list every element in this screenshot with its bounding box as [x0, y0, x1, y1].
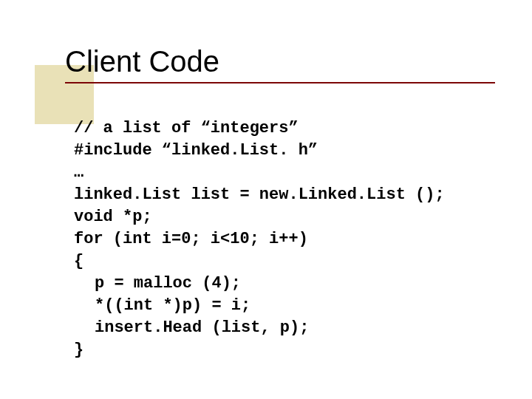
code-line: insert.Head (list, p);: [95, 318, 309, 337]
code-line: for (int i=0; i<10; i++): [74, 230, 308, 248]
slide-title: Client Code: [65, 46, 219, 77]
code-line: {: [74, 252, 83, 270]
code-line: // a list of “integers”: [74, 119, 299, 137]
title-underline: [65, 82, 495, 83]
code-line: linked.List list = new.Linked.List ();: [74, 185, 445, 204]
code-block: // a list of “integers” #include “linked…: [74, 117, 445, 361]
title-wrap: Client Code: [65, 46, 219, 77]
code-line: void *p;: [74, 208, 152, 226]
code-line: #include “linked.List. h”: [74, 141, 318, 160]
code-line: …: [74, 163, 83, 182]
slide: Client Code // a list of “integers” #inc…: [0, 0, 532, 399]
code-line: }: [74, 341, 83, 359]
code-line: p = malloc (4);: [95, 274, 241, 293]
code-line: *((int *)p) = i;: [95, 296, 250, 315]
